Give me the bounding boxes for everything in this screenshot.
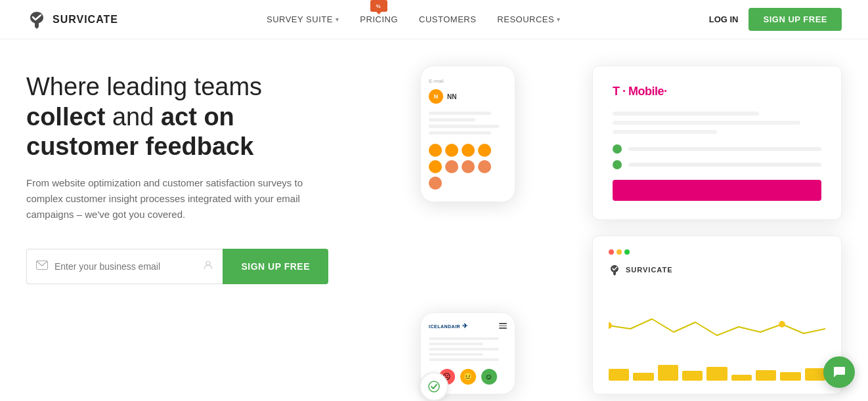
window-dot-green [624,249,630,255]
hero-section: Where leading teams collect and act on c… [0,39,868,401]
chevron-down-icon-resources: ▾ [557,16,561,23]
mm-dot-4 [478,144,491,157]
survicate-chart-logo [609,264,620,276]
svg-point-4 [609,322,612,329]
window-dot-red [609,249,614,255]
chevron-down-icon: ▾ [336,16,339,23]
chart-brand-name: SURVICATE [626,266,673,274]
mm-dot-2 [445,144,458,157]
chart-bar-1 [609,369,629,381]
chart-svg [609,286,825,352]
tm-line-2 [613,121,800,125]
heading-act-on: act on [161,103,234,131]
person-icon [203,260,213,273]
tm-option-bar-1 [628,147,821,151]
chart-bar-8 [780,372,800,381]
chart-bar-3 [658,365,678,381]
mm-dot-7 [462,160,475,173]
navbar: SURVICATE SURVEY SUITE ▾ % PRICING CUSTO… [0,0,868,39]
chart-bar-9 [805,368,825,381]
ic-logo-text: ICELANDAIR ✈ [429,322,467,329]
chart-bars [609,361,825,381]
mobile-mockup-top: E-mail N NN [420,66,515,202]
heading-and: and [105,103,161,131]
nav-links: SURVEY SUITE ▾ % PRICING CUSTOMERS RESOU… [267,14,561,24]
mm-logo-row: N NN [429,89,507,104]
signup-button[interactable]: SIGN UP FREE [749,8,842,31]
tm-cta-button [613,180,821,201]
chart-bar-4 [682,371,703,381]
chart-header: SURVICATE [609,264,825,276]
mm-line-4 [429,131,491,135]
pricing-badge: % [370,0,387,12]
mm-dots-row [429,144,507,190]
ic-logo-wrapper: ICELANDAIR ✈ [429,322,467,329]
mm-logo-circle: N [429,89,443,104]
ic-happy-face: ☺ [481,369,497,385]
chart-line-area [609,286,825,352]
nav-link-resources[interactable]: RESOURCES ▾ [497,14,560,24]
nav-link-pricing[interactable]: PRICING [360,14,398,24]
tmobile-logo: T · Mobile· [613,85,821,98]
tmobile-mockup: T · Mobile· [592,66,842,220]
chart-window-dots [609,249,825,255]
mm-line-3 [429,125,499,128]
envelope-icon [36,261,48,272]
chart-bar-6 [731,375,752,381]
tm-radio-1 [613,144,622,154]
mm-line-2 [429,118,475,121]
chart-bar-2 [633,373,653,381]
window-dot-yellow [617,249,622,255]
chat-icon [831,364,847,380]
nav-link-customers[interactable]: CUSTOMERS [419,14,476,24]
mm-dot-3 [462,144,475,157]
tm-lines [613,112,821,134]
mm-dot-1 [429,144,442,157]
mm-dot-6 [445,160,458,173]
mm-dot-9 [429,177,442,190]
login-button[interactable]: LOG IN [709,14,739,24]
ic-neutral-face: 😐 [460,369,476,385]
logo[interactable]: SURVICATE [26,9,118,30]
scroll-indicator[interactable] [420,372,448,401]
ic-header: ICELANDAIR ✈ [429,322,507,329]
nav-actions: LOG IN SIGN UP FREE [709,8,842,31]
mm-dot-5 [429,160,442,173]
mm-lines [429,112,507,135]
hero-mockups: E-mail N NN [407,66,842,401]
survicate-chart-mockup: SURVICATE [592,236,842,394]
email-input[interactable] [54,249,196,284]
svg-point-5 [779,321,785,327]
ic-menu-icon [499,323,507,329]
ic-lines [429,337,507,361]
tm-radio-2 [613,160,622,169]
svg-text:%: % [376,3,381,9]
hero-subtext: From website optimization and customer s… [26,175,341,222]
svg-point-3 [206,261,210,265]
logo-icon [26,9,47,30]
hero-content: Where leading teams collect and act on c… [26,66,381,284]
mm-email-label: E-mail [429,78,507,84]
check-icon [428,381,440,392]
tm-line-1 [613,112,759,116]
tm-option-2 [613,160,821,169]
chat-bubble[interactable] [823,356,855,388]
email-input-wrapper [26,249,223,284]
heading-collect: collect [26,103,105,131]
nav-link-survey-suite[interactable]: SURVEY SUITE ▾ [267,14,339,24]
tm-option-1 [613,144,821,154]
mm-line-1 [429,112,491,115]
signup-form-button[interactable]: SIGN UP FREE [223,249,328,284]
svg-point-6 [429,381,439,392]
mm-logo-text: NN [447,93,456,100]
mm-dot-8 [478,160,491,173]
chart-bar-5 [706,367,727,381]
pricing-wrapper: % PRICING [360,14,398,24]
chart-bar-7 [756,370,776,381]
tm-option-bar-2 [628,163,821,167]
hero-heading: Where leading teams collect and act on c… [26,72,381,162]
tm-line-3 [613,130,717,134]
logo-text: SURVICATE [53,14,118,26]
email-form: SIGN UP FREE [26,249,328,284]
heading-feedback: customer feedback [26,133,253,160]
